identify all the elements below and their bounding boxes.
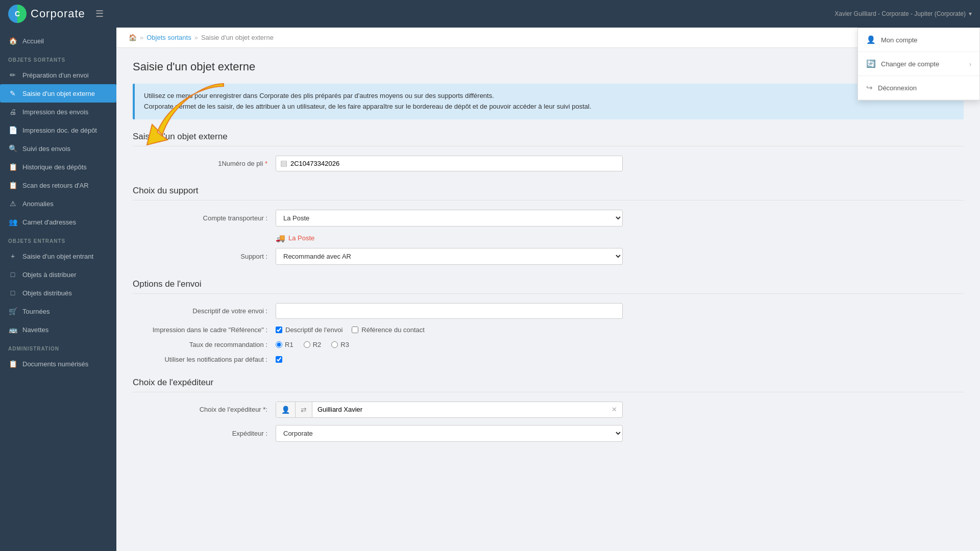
add-icon: + xyxy=(8,252,17,260)
taux-label: Taux de recommandation : xyxy=(133,341,276,348)
support-label: Support : xyxy=(133,253,276,260)
sidebar-item-preparation-envoi[interactable]: ✏ Préparation d'un envoi xyxy=(0,66,116,84)
breadcrumb-sep1: » xyxy=(140,34,143,41)
support-section: Choix du support Compte transporteur : L… xyxy=(133,186,964,265)
notif-label: Utiliser les notifications par défaut : xyxy=(133,356,276,363)
check-reference-label[interactable]: Référence du contact xyxy=(352,326,425,334)
sidebar-item-objets-distribues[interactable]: □ Objets distribués xyxy=(0,284,116,302)
cart-icon: 🛒 xyxy=(8,307,17,315)
topbar-right: Xavier Guilliard - Corporate - Jupiter (… xyxy=(835,10,972,17)
radio-r3-label[interactable]: R3 xyxy=(331,341,349,348)
chevron-right-icon: › xyxy=(969,60,971,68)
sidebar-tournees-label: Tournées xyxy=(22,308,50,315)
taux-radios: R1 R2 R3 xyxy=(276,341,349,348)
addressbook-icon: 👥 xyxy=(8,218,17,226)
deconnexion-label: Déconnexion xyxy=(878,84,917,92)
user-icon: 👤 xyxy=(866,35,876,44)
sidebar-section-sortants: OBJETS SORTANTS xyxy=(0,50,116,66)
dropdown-changer-compte[interactable]: 🔄 Changer de compte › xyxy=(858,52,979,76)
main-content: 🏠 » Objets sortants » Saisie d'un objet … xyxy=(116,28,980,551)
info-line1: Utilisez ce menu pour enregistrer dans C… xyxy=(144,91,954,102)
expediteur-input-wrap: 👤 ⇄ ✕ xyxy=(276,402,623,418)
history-icon: 📋 xyxy=(8,163,17,171)
impression-row: Impression dans le cadre "Référence" : D… xyxy=(133,326,964,334)
truck-icon: 🚚 xyxy=(276,234,285,243)
sidebar-item-documents[interactable]: 📋 Documents numérisés xyxy=(0,355,116,373)
descriptif-row: Descriptif de votre envoi : xyxy=(133,303,964,319)
sidebar-impression-envois-label: Impression des envois xyxy=(22,108,88,116)
sidebar-item-objets-distribuer[interactable]: □ Objets à distribuer xyxy=(0,265,116,284)
sidebar-item-impression-doc[interactable]: 📄 Impression doc. de dépôt xyxy=(0,121,116,139)
check-descriptif-label[interactable]: Descriptif de l'envoi xyxy=(276,326,342,334)
search-icon: 🔍 xyxy=(8,144,17,153)
switch-user-icon[interactable]: ⇄ xyxy=(296,402,312,417)
sidebar-item-accueil[interactable]: 🏠 Accueil xyxy=(0,32,116,50)
expediteur-name-input[interactable] xyxy=(312,402,606,417)
topbar-left: C Corporate ☰ xyxy=(8,5,104,23)
user-dropdown: 👤 Mon compte 🔄 Changer de compte › ↪ Déc… xyxy=(857,28,980,101)
expediteur-section: Choix de l'expéditeur Choix de l'expédit… xyxy=(133,378,964,442)
dropdown-mon-compte[interactable]: 👤 Mon compte xyxy=(858,28,979,52)
sidebar-item-carnet[interactable]: 👥 Carnet d'adresses xyxy=(0,213,116,231)
sidebar-scan-label: Scan des retours d'AR xyxy=(22,182,89,189)
compte-transporteur-label: Compte transporteur : xyxy=(133,214,276,222)
numero-pli-input[interactable] xyxy=(290,156,618,171)
sidebar-suivi-label: Suivi des envois xyxy=(22,145,70,153)
laposte-badge-label: La Poste xyxy=(288,234,314,242)
compte-transporteur-select[interactable]: La Poste DHL FedEx UPS xyxy=(276,210,623,227)
changer-compte-label: Changer de compte xyxy=(881,60,939,68)
descriptif-input[interactable] xyxy=(276,303,623,319)
radio-r2[interactable] xyxy=(304,341,310,348)
sidebar-item-tournees[interactable]: 🛒 Tournées xyxy=(0,302,116,320)
sidebar-saisie-externe-label: Saisie d'un objet externe xyxy=(22,90,95,97)
expediteur-label-row: Expéditeur : Corporate Autre xyxy=(133,425,964,442)
sidebar-navettes-label: Navettes xyxy=(22,326,48,334)
breadcrumb: 🏠 » Objets sortants » Saisie d'un objet … xyxy=(116,28,980,48)
breadcrumb-current: Saisie d'un objet externe xyxy=(201,34,274,41)
saisie-section-title: Saisie d'un objet externe xyxy=(133,132,964,146)
sidebar-item-impression-envois[interactable]: 🖨 Impression des envois xyxy=(0,103,116,121)
breadcrumb-objets-sortants[interactable]: Objets sortants xyxy=(146,34,191,41)
edit2-icon: ✎ xyxy=(8,89,17,97)
clear-icon[interactable]: ✕ xyxy=(606,402,622,417)
sidebar-item-suivi-envois[interactable]: 🔍 Suivi des envois xyxy=(0,139,116,158)
expediteur-section-title: Choix de l'expéditeur xyxy=(133,378,964,392)
logo-icon: C xyxy=(8,5,27,23)
info-line2: Corporate permet de les saisir, de les a… xyxy=(144,102,954,112)
edit-icon: ✏ xyxy=(8,71,17,79)
user-label: Xavier Guilliard - Corporate - Jupiter (… xyxy=(835,10,966,17)
laposte-badge: 🚚 La Poste xyxy=(276,234,964,243)
options-section: Options de l'envoi Descriptif de votre e… xyxy=(133,279,964,363)
person-icon: 👤 xyxy=(276,402,296,417)
hamburger-icon[interactable]: ☰ xyxy=(95,8,104,19)
sidebar-item-historique[interactable]: 📋 Historique des dépôts xyxy=(0,158,116,176)
radio-r3[interactable] xyxy=(331,341,338,348)
check-reference-text: Référence du contact xyxy=(361,326,425,334)
sidebar-anomalies-label: Anomalies xyxy=(22,200,54,208)
sidebar-preparation-label: Préparation d'un envoi xyxy=(22,71,89,79)
expediteur-select[interactable]: Corporate Autre xyxy=(276,425,623,442)
logout-icon: ↪ xyxy=(866,83,873,92)
sidebar-item-navettes[interactable]: 🚌 Navettes xyxy=(0,320,116,339)
mon-compte-label: Mon compte xyxy=(881,36,918,44)
support-row: Support : Recommandé avec AR Recommandé … xyxy=(133,248,964,265)
sidebar-item-saisie-externe[interactable]: ✎ Saisie d'un objet externe xyxy=(0,84,116,103)
support-select[interactable]: Recommandé avec AR Recommandé simple Col… xyxy=(276,248,623,265)
radio-r1[interactable] xyxy=(276,341,282,348)
bus-icon: 🚌 xyxy=(8,325,17,334)
sidebar-item-scan-retours[interactable]: 📋 Scan des retours d'AR xyxy=(0,176,116,194)
dropdown-deconnexion[interactable]: ↪ Déconnexion xyxy=(858,76,979,100)
radio-r1-label[interactable]: R1 xyxy=(276,341,293,348)
sidebar-item-saisie-entrant[interactable]: + Saisie d'un objet entrant xyxy=(0,247,116,265)
radio-r2-label[interactable]: R2 xyxy=(304,341,322,348)
sidebar-accueil-label: Accueil xyxy=(22,37,44,45)
choix-expediteur-row: Choix de l'expéditeur *: 👤 ⇄ ✕ xyxy=(133,402,964,418)
check-reference[interactable] xyxy=(352,327,358,333)
taux-row: Taux de recommandation : R1 R2 R3 xyxy=(133,341,964,348)
breadcrumb-sep2: » xyxy=(194,34,198,41)
notif-checkbox[interactable] xyxy=(276,356,282,363)
warning-icon: ⚠ xyxy=(8,199,17,208)
user-menu-button[interactable]: Xavier Guilliard - Corporate - Jupiter (… xyxy=(835,10,972,17)
sidebar-item-anomalies[interactable]: ⚠ Anomalies xyxy=(0,194,116,213)
check-descriptif[interactable] xyxy=(276,327,282,333)
